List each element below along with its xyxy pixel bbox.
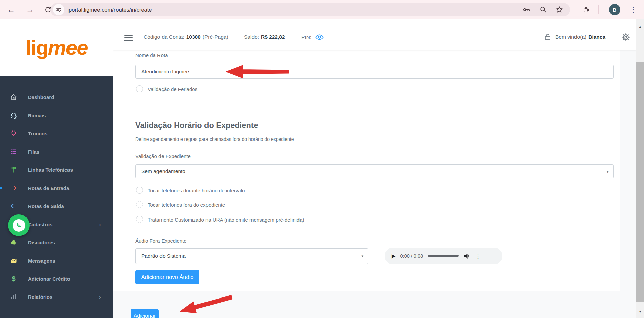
user-name: Bianca	[588, 34, 605, 40]
chevron-right-icon: ›	[99, 293, 101, 300]
sidebar-item-adicionar-credito[interactable]: $ Adicionar Crédito	[0, 270, 113, 288]
sidebar-item-dashboard[interactable]: Dashboard	[0, 88, 113, 106]
page-scrollbar[interactable]: ▲ ▼	[636, 19, 644, 318]
add-audio-button[interactable]: Adicionar novo Áudio	[135, 270, 199, 284]
menu-toggle-button[interactable]	[124, 35, 133, 43]
option-custom-ura-radio[interactable]	[136, 216, 143, 223]
browser-back-button[interactable]: ←	[4, 0, 18, 19]
sidebar-item-label: Dashboard	[28, 94, 54, 100]
schedule-validation-select[interactable]: Sem agendamento ▾	[135, 164, 614, 178]
audio-menu-icon[interactable]: ⋮	[475, 252, 481, 260]
sidebar-item-mensagens[interactable]: Mensagens	[0, 251, 113, 270]
dollar-icon: $	[10, 275, 17, 282]
zoom-out-icon[interactable]	[539, 6, 547, 14]
scroll-down-icon[interactable]: ▼	[636, 310, 644, 313]
whatsapp-float-button[interactable]	[8, 214, 30, 236]
settings-gear-icon[interactable]	[622, 33, 630, 41]
browser-toolbar: ← → portal.ligmee.com/routes/in/create	[0, 0, 644, 19]
app-header: Código da Conta: 10300 (Pré-Paga) Saldo:…	[113, 19, 636, 50]
audio-offhours-select[interactable]: Padrão do Sistema ▾	[135, 248, 368, 264]
play-icon[interactable]: ▶	[392, 253, 396, 259]
headset-icon	[10, 112, 17, 119]
android-icon	[10, 239, 17, 246]
option-ring-offhours-radio[interactable]	[136, 201, 143, 208]
holiday-validation-label[interactable]: Validação de Feriados	[148, 86, 197, 92]
sidebar-item-label: Linhas Telefônicas	[28, 167, 73, 173]
sidebar-item-label: Discadores	[28, 240, 55, 245]
url-text[interactable]: portal.ligmee.com/routes/in/create	[68, 3, 152, 16]
account-plan: (Pré-Paga)	[203, 34, 228, 40]
audio-offhours-label: Áudio Fora Expediente	[135, 238, 187, 244]
schedule-validation-label: Validação de Expediente	[135, 153, 191, 159]
balance-label: Saldo:	[244, 34, 259, 40]
account-code: 10300	[186, 34, 201, 40]
antenna-icon	[10, 166, 17, 173]
sidebar-item-ramais[interactable]: Ramais	[0, 106, 113, 124]
sidebar-item-filas[interactable]: Filas	[0, 143, 113, 161]
arrow-right-icon	[10, 184, 17, 192]
profile-avatar[interactable]: B	[609, 4, 620, 15]
audio-player: ▶ 0:00 / 0:08 ⋮	[385, 248, 502, 264]
sidebar-item-label: Relatórios	[28, 294, 52, 300]
pin-label: PIN:	[301, 34, 311, 40]
ligmee-logo: ligmee	[26, 36, 87, 59]
home-icon	[10, 93, 17, 101]
schedule-validation-value: Sem agendamento	[141, 168, 185, 174]
sidebar-item-discadores[interactable]: Discadores	[0, 233, 113, 251]
sidebar-item-label: Cadastros	[28, 222, 52, 227]
envelope-icon	[10, 257, 17, 264]
bookmark-star-icon[interactable]	[555, 6, 563, 14]
sidebar-item-relatorios[interactable]: Relatórios ›	[0, 288, 113, 306]
account-info: Código da Conta: 10300 (Pré-Paga)	[144, 34, 228, 40]
option-ring-interval-label[interactable]: Tocar telefones durante horário de inter…	[148, 188, 245, 193]
puzzle-icon	[582, 6, 590, 14]
pin-visibility-eye-icon[interactable]	[315, 34, 324, 40]
audio-offhours-value: Padrão do Sistema	[141, 253, 186, 259]
arrow-left-icon	[10, 202, 17, 210]
sidebar-item-rotas-de-saida[interactable]: Rotas de Saída	[0, 197, 113, 215]
sidebar-item-label: Ramais	[28, 113, 46, 118]
sidebar-item-label: Filas	[28, 149, 39, 155]
section-title: Validação Horário do Expediente	[135, 121, 258, 130]
route-name-input[interactable]	[135, 65, 614, 79]
sidebar-item-label: Troncos	[28, 131, 47, 136]
sidebar-item-label: Mensagens	[28, 258, 55, 264]
scrollbar-thumb[interactable]	[636, 62, 644, 302]
audio-time: 0:00 / 0:08	[400, 253, 423, 259]
volume-icon[interactable]	[463, 253, 470, 260]
option-ring-interval-radio[interactable]	[136, 187, 143, 194]
site-settings-button[interactable]	[53, 4, 64, 15]
browser-forward-button[interactable]: →	[22, 0, 37, 19]
chart-icon	[10, 293, 17, 301]
submit-button[interactable]: Adicionar	[131, 309, 159, 318]
chevron-down-icon: ▾	[361, 254, 363, 259]
browser-menu-button[interactable]: ⋮	[626, 0, 641, 19]
address-bar[interactable]: portal.ligmee.com/routes/in/create	[50, 3, 570, 16]
toolbar-separator	[598, 5, 599, 14]
pin-info: PIN:	[301, 34, 324, 40]
account-label: Código da Conta:	[144, 34, 184, 40]
balance-info: Saldo: R$ 222,82	[244, 34, 285, 40]
balance-value: R$ 222,82	[261, 34, 285, 40]
section-subtitle: Define agendamento e regras para chamada…	[135, 136, 294, 142]
option-ring-offhours-label[interactable]: Tocar telefones fora do expediente	[148, 202, 225, 208]
plug-icon	[10, 130, 17, 137]
sidebar-logo-area: ligmee	[0, 19, 113, 76]
app-window: ← → portal.ligmee.com/routes/in/create	[0, 0, 644, 318]
password-key-icon[interactable]	[522, 6, 531, 14]
route-name-label: Nome da Rota	[135, 52, 168, 58]
sidebar-item-label: Adicionar Crédito	[28, 276, 70, 282]
audio-progress-bar[interactable]	[428, 255, 459, 257]
sidebar-item-troncos[interactable]: Troncos	[0, 124, 113, 143]
sidebar-item-rotas-de-entrada[interactable]: Rotas de Entrada	[0, 179, 113, 197]
scroll-up-icon[interactable]: ▲	[636, 25, 644, 28]
holiday-validation-radio[interactable]	[136, 85, 143, 92]
sidebar-item-linhas-telefonicas[interactable]: Linhas Telefônicas	[0, 161, 113, 179]
welcome-text: Bem vindo(a)	[555, 34, 586, 40]
lock-icon	[544, 33, 551, 41]
extensions-button[interactable]	[579, 0, 594, 19]
list-icon	[10, 148, 17, 155]
sidebar-nav: Dashboard Ramais Troncos Filas Linhas Te	[0, 76, 113, 318]
sidebar-item-label: Rotas de Saída	[28, 203, 64, 209]
option-custom-ura-label[interactable]: Tratamento Customizado na URA (não emite…	[148, 217, 304, 223]
